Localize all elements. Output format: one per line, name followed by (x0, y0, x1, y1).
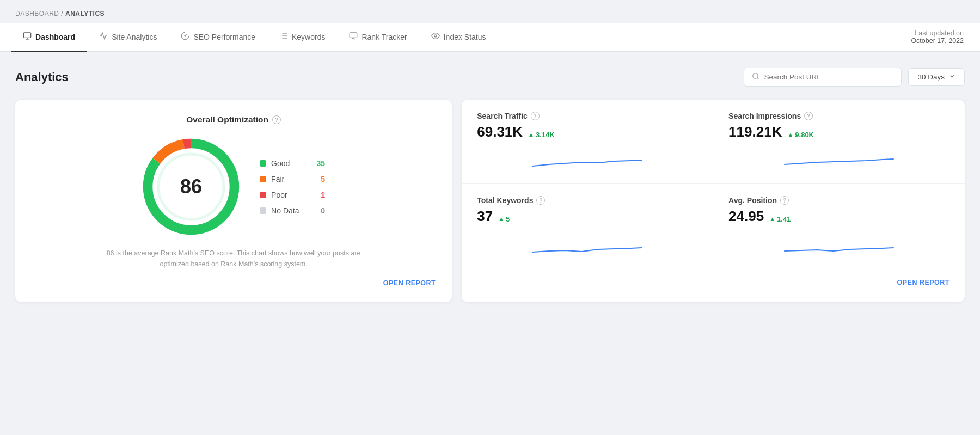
total-keywords-change: ▲ 5 (498, 215, 510, 223)
chevron-down-icon (949, 73, 955, 81)
search-impressions-value-row: 119.21K ▲ 9.80K (728, 124, 950, 140)
legend-fair-value: 5 (314, 175, 325, 183)
days-dropdown[interactable]: 30 Days (908, 68, 965, 86)
header-controls: 30 Days (744, 68, 965, 87)
avg-position-label: Avg. Position ? (728, 196, 950, 205)
metric-search-impressions: Search Impressions ? 119.21K ▲ 9.80K (713, 100, 965, 184)
legend: Good 35 Fair 5 Poor 1 N (260, 159, 325, 215)
metrics-grid: Search Traffic ? 69.31K ▲ 3.14K (462, 100, 965, 268)
donut-chart: 86 (142, 138, 240, 236)
total-keywords-value: 37 (477, 208, 493, 225)
svg-point-11 (434, 35, 437, 37)
search-traffic-value: 69.31K (477, 124, 523, 140)
search-traffic-change: ▲ 3.14K (528, 131, 555, 139)
tab-keywords[interactable]: Keywords (267, 23, 337, 52)
total-keywords-label: Total Keywords ? (477, 196, 697, 205)
analytics-header: Analytics 30 Days (15, 68, 965, 87)
legend-fair-dot (260, 176, 266, 182)
legend-good-value: 35 (314, 159, 325, 168)
tab-seo-performance-label: SEO Performance (193, 33, 255, 41)
legend-poor-value: 1 (314, 191, 325, 199)
search-impressions-sparkline (728, 147, 950, 171)
legend-no-data-value: 0 (314, 206, 325, 215)
legend-good-label: Good (271, 159, 309, 168)
metric-search-traffic: Search Traffic ? 69.31K ▲ 3.14K (462, 100, 713, 184)
svg-rect-10 (350, 33, 357, 38)
search-url-container (744, 68, 902, 87)
tabs-list: Dashboard Site Analytics SEO Performance… (11, 23, 498, 51)
legend-poor-label: Poor (271, 191, 309, 199)
legend-good: Good 35 (260, 159, 325, 168)
tab-index-status-label: Index Status (444, 33, 486, 41)
total-keywords-sparkline (477, 231, 697, 256)
optimization-description: 86 is the average Rank Math's SEO score.… (103, 248, 364, 269)
metrics-card: Search Traffic ? 69.31K ▲ 3.14K (462, 100, 965, 302)
svg-rect-0 (23, 33, 30, 38)
donut-score: 86 (180, 175, 202, 198)
up-arrow-icon: ▲ (498, 216, 504, 222)
legend-poor-dot (260, 192, 266, 198)
open-report-link-left[interactable]: OPEN REPORT (383, 279, 436, 287)
search-traffic-sparkline (477, 147, 697, 171)
tab-index-status[interactable]: Index Status (419, 23, 498, 52)
tab-site-analytics-label: Site Analytics (112, 33, 157, 41)
tab-seo-performance[interactable]: SEO Performance (169, 23, 267, 52)
chart-line-icon (99, 32, 108, 42)
metric-total-keywords: Total Keywords ? 37 ▲ 5 (462, 184, 713, 268)
breadcrumb: DASHBOARD / ANALYTICS (0, 0, 980, 23)
page-title: Analytics (15, 70, 69, 84)
tab-keywords-label: Keywords (292, 33, 325, 41)
svg-line-13 (757, 78, 759, 79)
search-traffic-label: Search Traffic ? (477, 112, 697, 120)
breadcrumb-parent[interactable]: DASHBOARD (15, 10, 59, 17)
avg-position-value: 24.95 (728, 208, 764, 225)
up-arrow-icon: ▲ (787, 131, 793, 138)
rank-tracker-icon (349, 32, 358, 42)
optimization-card: Overall Optimization ? (15, 100, 452, 302)
search-icon (752, 72, 759, 82)
breadcrumb-current: ANALYTICS (65, 10, 105, 17)
up-arrow-icon: ▲ (769, 216, 775, 222)
tab-dashboard[interactable]: Dashboard (11, 23, 87, 52)
right-card-footer: OPEN REPORT (462, 268, 965, 293)
legend-poor: Poor 1 (260, 191, 325, 199)
tab-rank-tracker[interactable]: Rank Tracker (337, 23, 419, 52)
breadcrumb-separator: / (61, 10, 65, 17)
avg-position-sparkline (728, 231, 950, 256)
search-impressions-value: 119.21K (728, 124, 782, 140)
legend-fair: Fair 5 (260, 175, 325, 183)
up-arrow-icon: ▲ (528, 131, 534, 138)
search-impressions-help-icon[interactable]: ? (804, 112, 813, 120)
search-traffic-help-icon[interactable]: ? (531, 112, 540, 120)
gauge-icon (181, 32, 189, 42)
legend-no-data-label: No Data (271, 206, 309, 215)
main-content: Analytics 30 Days Overall Optimization ? (0, 52, 980, 317)
legend-no-data-dot (260, 207, 266, 214)
svg-point-3 (185, 35, 186, 36)
tab-dashboard-label: Dashboard (35, 33, 75, 41)
legend-no-data: No Data 0 (260, 206, 325, 215)
avg-position-help-icon[interactable]: ? (780, 196, 789, 205)
search-impressions-label: Search Impressions ? (728, 112, 950, 120)
search-traffic-value-row: 69.31K ▲ 3.14K (477, 124, 697, 140)
legend-fair-label: Fair (271, 175, 309, 183)
eye-icon (431, 32, 440, 42)
open-report-link-right[interactable]: OPEN REPORT (897, 279, 950, 286)
optimization-help-icon[interactable]: ? (272, 115, 281, 124)
total-keywords-value-row: 37 ▲ 5 (477, 208, 697, 225)
last-updated: Last updated on October 17, 2022 (911, 29, 969, 45)
avg-position-value-row: 24.95 ▲ 1.41 (728, 208, 950, 225)
cards-row: Overall Optimization ? (15, 100, 965, 302)
monitor-icon (23, 32, 32, 42)
last-updated-date: October 17, 2022 (911, 37, 964, 45)
tabs-bar: Dashboard Site Analytics SEO Performance… (0, 23, 980, 52)
search-url-input[interactable] (764, 73, 893, 81)
avg-position-change: ▲ 1.41 (769, 215, 791, 223)
list-icon (279, 32, 288, 42)
days-dropdown-label: 30 Days (917, 73, 945, 81)
total-keywords-help-icon[interactable]: ? (536, 196, 545, 205)
donut-area: 86 Good 35 Fair 5 (32, 138, 436, 236)
tab-rank-tracker-label: Rank Tracker (362, 33, 407, 41)
tab-site-analytics[interactable]: Site Analytics (87, 23, 169, 52)
legend-good-dot (260, 160, 266, 167)
